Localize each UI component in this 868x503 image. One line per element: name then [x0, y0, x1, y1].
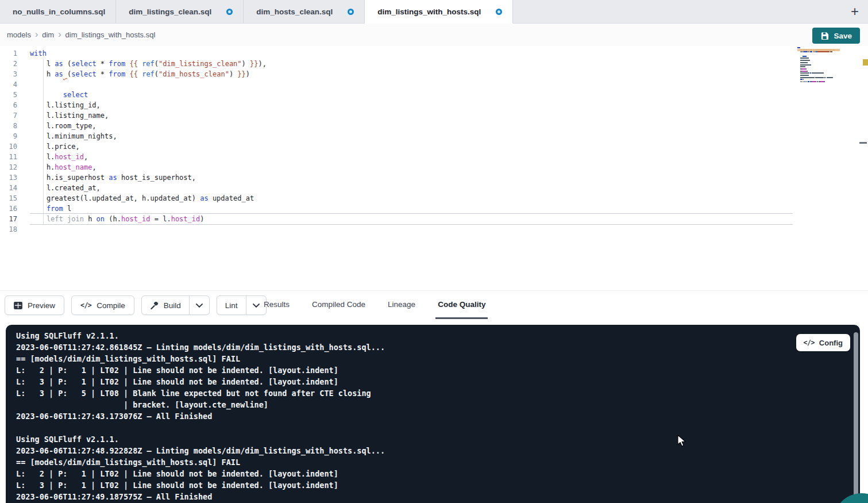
results-tab-code-quality[interactable]: Code Quality — [435, 291, 488, 319]
code-token: with — [30, 49, 47, 57]
build-button[interactable]: Build — [142, 296, 189, 314]
code-line[interactable]: l.listing_id, — [30, 100, 793, 110]
breadcrumb-item[interactable]: dim — [42, 30, 54, 39]
tab-dim-listings-with-hosts-sql[interactable]: dim_listings_with_hosts.sql — [365, 0, 513, 24]
tab-label: dim_hosts_clean.sql — [256, 7, 333, 16]
code-token: host_name — [55, 163, 92, 171]
code-token: l.minimum_nights, — [30, 132, 117, 140]
code-token: select — [71, 60, 96, 68]
code-token: , — [84, 153, 88, 161]
code-token: l — [63, 205, 71, 213]
code-line[interactable]: greatest(l.updated_at, h.updated_at) as … — [30, 193, 793, 203]
code-token: (h. — [105, 215, 121, 223]
terminal-scrollbar[interactable] — [854, 332, 858, 502]
minimap-token — [800, 64, 812, 66]
preview-button[interactable]: Preview — [5, 295, 64, 315]
terminal-line: 2023-06-06T11:27:48.922828Z — Linting mo… — [16, 445, 791, 456]
minimap-line — [797, 81, 840, 82]
minimap-token — [820, 81, 824, 82]
tab-label: no_nulls_in_columns.sql — [13, 7, 105, 16]
build-dropdown-button[interactable] — [189, 296, 209, 314]
minimap-token — [800, 75, 809, 76]
code-token: ( — [155, 70, 159, 78]
minimap-token — [803, 56, 807, 57]
minimap[interactable] — [797, 47, 840, 85]
minimap-line — [797, 75, 840, 76]
terminal-line: == [models/dim/dim_listings_with_hosts.s… — [16, 456, 791, 468]
code-token: greatest(l.updated_at, h.updated_at) — [30, 194, 200, 202]
code-icon: </> — [804, 339, 815, 347]
preview-label: Preview — [28, 301, 55, 310]
minimap-token — [827, 77, 834, 78]
breadcrumb-item[interactable]: models — [7, 30, 31, 39]
chevron-down-icon — [253, 304, 260, 308]
breadcrumb-item[interactable]: dim_listings_with_hosts.sql — [65, 30, 156, 39]
code-line[interactable]: l.room_type, — [30, 121, 793, 131]
code-token: host_id — [55, 153, 84, 161]
code-line[interactable]: l.listing_name, — [30, 110, 793, 121]
line-number: 2 — [0, 59, 23, 69]
code-line[interactable]: l.minimum_nights, — [30, 131, 793, 141]
code-token: select — [71, 70, 96, 78]
minimap-token — [797, 56, 803, 57]
terminal-line: Using SQLFluff v2.1.1. — [16, 433, 791, 445]
results-tab-lineage[interactable]: Lineage — [385, 291, 418, 319]
code-token: ( — [155, 60, 159, 68]
code-line[interactable]: left join h on (h.host_id = l.host_id) — [30, 214, 793, 224]
code-line[interactable]: h as (select * from {{ ref("dim_hosts_cl… — [30, 69, 793, 79]
result-tabs: ResultsCompiled CodeLineageCode Quality — [261, 291, 488, 319]
code-line[interactable]: h.is_superhost as host_is_superhost, — [30, 172, 793, 183]
tab-no-nulls-in-columns-sql[interactable]: no_nulls_in_columns.sql — [0, 0, 116, 23]
terminal-output: Using SQLFluff v2.1.1.2023-06-06T11:27:4… — [16, 330, 791, 502]
tab-dim-listings-clean-sql[interactable]: dim_listings_clean.sql — [116, 0, 244, 23]
breadcrumb-bar: models›dim›dim_listings_with_hosts.sql S… — [0, 24, 868, 46]
code-line[interactable]: l.price, — [30, 141, 793, 152]
terminal-line: == [models/dim/dim_listings_with_hosts.s… — [16, 353, 791, 364]
action-buttons: Preview </> Compile Build — [5, 295, 267, 315]
minimap-token — [812, 81, 816, 82]
minimap-token — [800, 77, 815, 78]
code-line[interactable] — [30, 224, 793, 235]
results-tab-compiled-code[interactable]: Compiled Code — [310, 291, 368, 319]
terminal-panel: Using SQLFluff v2.1.1.2023-06-06T11:27:4… — [6, 325, 860, 503]
build-button-group: Build — [141, 295, 210, 315]
code-token: from — [109, 70, 125, 78]
lint-button[interactable]: Lint — [217, 296, 246, 314]
code-token: ) — [200, 215, 204, 223]
new-tab-button[interactable]: + — [845, 0, 865, 23]
code-line[interactable]: h.host_name, — [30, 162, 793, 172]
config-button[interactable]: </> Config — [796, 334, 850, 351]
code-line[interactable]: l.created_at, — [30, 183, 793, 193]
save-icon — [820, 32, 829, 40]
minimap-line — [797, 77, 840, 78]
compile-button[interactable]: </> Compile — [71, 295, 134, 315]
minimap-token — [815, 77, 824, 78]
code-editor[interactable]: 123456789101112131415161718 with l as (s… — [0, 46, 868, 290]
minimap-line — [797, 66, 840, 67]
code-line[interactable]: l as (select * from {{ ref("dim_listings… — [30, 59, 793, 69]
code-token: from — [47, 205, 63, 213]
results-tab-results[interactable]: Results — [261, 291, 292, 319]
minimap-line — [797, 72, 840, 74]
code-line[interactable]: select — [30, 90, 793, 100]
code-line[interactable]: l.host_id, — [30, 152, 793, 162]
code-pane[interactable]: with l as (select * from {{ ref("dim_lis… — [30, 48, 793, 235]
minimap-line — [797, 62, 840, 63]
code-token: as — [109, 174, 117, 182]
code-token: "dim_listings_clean" — [159, 60, 242, 68]
hammer-icon — [150, 301, 159, 310]
code-line[interactable]: from l — [30, 203, 793, 214]
code-line[interactable] — [30, 79, 793, 90]
breadcrumb-separator: › — [35, 30, 38, 39]
line-number: 15 — [0, 193, 23, 203]
code-token: l.listing_id, — [30, 101, 101, 109]
tab-dim-hosts-clean-sql[interactable]: dim_hosts_clean.sql — [244, 0, 365, 23]
minimap-token — [801, 71, 807, 72]
save-button[interactable]: Save — [812, 28, 860, 44]
code-token: ) — [229, 70, 237, 78]
minimap-token — [832, 51, 832, 52]
terminal-line: 2023-06-06T11:27:42.861845Z — Linting mo… — [16, 341, 791, 353]
line-number: 13 — [0, 172, 23, 183]
code-token: updated_at — [209, 194, 254, 202]
code-line[interactable]: with — [30, 48, 793, 59]
